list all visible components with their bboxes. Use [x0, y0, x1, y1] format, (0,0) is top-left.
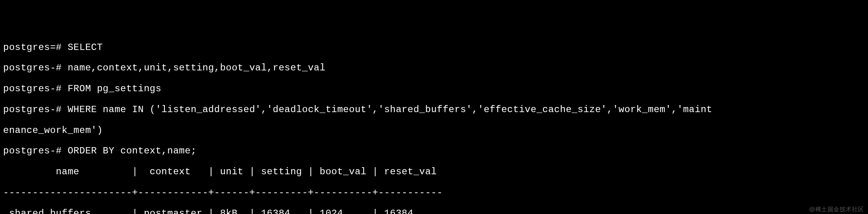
sql-text: ORDER BY context,name; — [68, 146, 197, 156]
prompt: postgres-# — [3, 63, 68, 73]
sql-text: FROM pg_settings — [68, 83, 161, 94]
watermark-text: @稀土掘金技术社区 — [809, 206, 864, 213]
prompt: postgres-# — [3, 146, 68, 156]
sql-text: SELECT — [68, 42, 103, 53]
sql-text: WHERE name IN ('listen_addressed','deadl… — [68, 104, 712, 115]
query-line-4: postgres-# WHERE name IN ('listen_addres… — [3, 105, 865, 115]
result-separator: ----------------------+------------+----… — [3, 188, 865, 198]
sql-text: enance_work_mem') — [3, 125, 103, 136]
query-line-1: postgres=# SELECT — [3, 42, 865, 53]
prompt: postgres-# — [3, 104, 68, 115]
table-row: shared_buffers | postmaster | 8kB | 1638… — [3, 208, 865, 214]
query-line-2: postgres-# name,context,unit,setting,boo… — [3, 63, 865, 73]
result-header: name | context | unit | setting | boot_v… — [3, 167, 865, 177]
query-line-6: postgres-# ORDER BY context,name; — [3, 146, 865, 156]
query-line-3: postgres-# FROM pg_settings — [3, 84, 865, 94]
sql-text: name,context,unit,setting,boot_val,reset… — [68, 63, 326, 73]
query-line-5: enance_work_mem') — [3, 125, 865, 136]
prompt: postgres=# — [3, 42, 68, 53]
prompt: postgres-# — [3, 83, 68, 94]
